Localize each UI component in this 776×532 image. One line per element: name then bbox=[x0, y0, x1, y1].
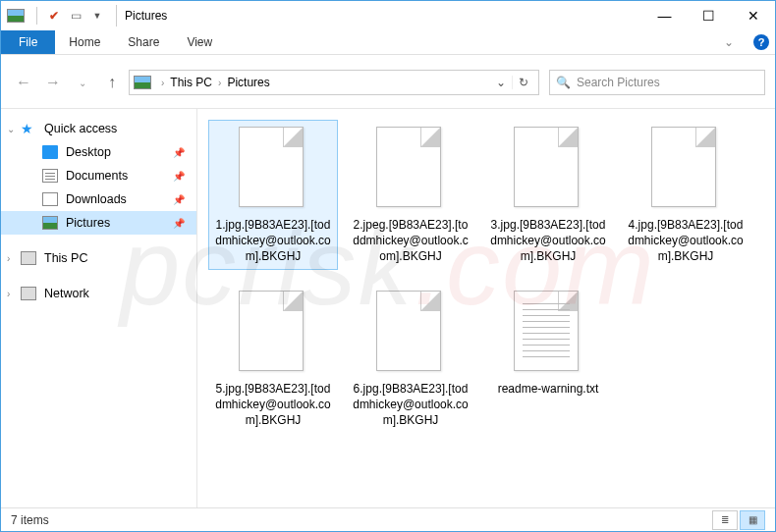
navigation-pane: ⌄ ★ Quick access Desktop 📌 Documents 📌 D… bbox=[1, 109, 197, 507]
sidebar-label: Pictures bbox=[66, 216, 110, 230]
help-button[interactable]: ? bbox=[748, 30, 775, 54]
forward-button[interactable]: → bbox=[40, 70, 66, 95]
file-item[interactable]: 4.jpg.[9B83AE23].[toddmhickey@outlook.co… bbox=[622, 121, 749, 269]
sidebar-this-pc[interactable]: › This PC bbox=[1, 246, 196, 270]
chevron-right-icon[interactable]: › bbox=[155, 78, 170, 88]
file-item[interactable]: readme-warning.txt bbox=[484, 285, 612, 433]
qat-newfolder-icon[interactable]: ▭ bbox=[65, 5, 86, 27]
expand-caret-icon[interactable]: ⌄ bbox=[7, 124, 15, 134]
file-item[interactable]: 6.jpg.[9B83AE23].[toddmhickey@outlook.co… bbox=[347, 285, 474, 433]
sidebar-label: Downloads bbox=[66, 192, 127, 206]
close-button[interactable]: ✕ bbox=[731, 1, 775, 30]
file-item[interactable]: 2.jpeg.[9B83AE23].[toddmhickey@outlook.c… bbox=[347, 121, 474, 269]
breadcrumb-segment[interactable]: This PC bbox=[170, 76, 212, 89]
minimize-button[interactable]: — bbox=[642, 1, 687, 30]
expand-caret-icon[interactable]: › bbox=[7, 289, 10, 299]
file-tab[interactable]: File bbox=[1, 30, 55, 54]
sidebar-label: Network bbox=[44, 287, 89, 300]
file-name: readme-warning.txt bbox=[494, 381, 603, 400]
documents-icon bbox=[42, 169, 58, 183]
qat-properties-icon[interactable]: ✔ bbox=[43, 5, 65, 27]
separator bbox=[36, 7, 37, 25]
file-name: 2.jpeg.[9B83AE23].[toddmhickey@outlook.c… bbox=[347, 217, 474, 269]
file-name: 4.jpg.[9B83AE23].[toddmhickey@outlook.co… bbox=[622, 217, 749, 269]
unknown-file-icon bbox=[651, 127, 720, 211]
app-icon bbox=[7, 9, 25, 23]
qat-customize-icon[interactable]: ▼ bbox=[86, 5, 108, 27]
details-view-button[interactable]: ≣ bbox=[712, 510, 738, 530]
sidebar-item-documents[interactable]: Documents 📌 bbox=[1, 164, 196, 187]
file-name: 5.jpg.[9B83AE23].[toddmhickey@outlook.co… bbox=[209, 381, 337, 433]
chevron-right-icon[interactable]: › bbox=[212, 78, 227, 88]
pin-icon: 📌 bbox=[173, 218, 185, 229]
file-name: 6.jpg.[9B83AE23].[toddmhickey@outlook.co… bbox=[347, 381, 474, 433]
file-item[interactable]: 1.jpg.[9B83AE23].[toddmhickey@outlook.co… bbox=[209, 121, 337, 269]
address-history-button[interactable]: ⌄ bbox=[490, 76, 512, 89]
star-icon: ★ bbox=[21, 122, 36, 135]
status-bar: 7 items ≣ ▦ bbox=[1, 507, 775, 531]
file-item[interactable]: 5.jpg.[9B83AE23].[toddmhickey@outlook.co… bbox=[209, 285, 337, 433]
ribbon-expand-icon[interactable]: ⌄ bbox=[710, 30, 748, 54]
tab-view[interactable]: View bbox=[173, 30, 226, 54]
file-name: 3.jpg.[9B83AE23].[toddmhickey@outlook.co… bbox=[484, 217, 612, 269]
maximize-button[interactable]: ☐ bbox=[687, 1, 731, 30]
file-name: 1.jpg.[9B83AE23].[toddmhickey@outlook.co… bbox=[209, 217, 337, 269]
address-bar[interactable]: › This PC › Pictures ⌄ ↻ bbox=[129, 70, 539, 95]
downloads-icon bbox=[42, 192, 58, 206]
body: ⌄ ★ Quick access Desktop 📌 Documents 📌 D… bbox=[1, 108, 775, 507]
unknown-file-icon bbox=[239, 291, 307, 375]
sidebar-item-pictures[interactable]: Pictures 📌 bbox=[1, 211, 196, 235]
unknown-file-icon bbox=[376, 291, 445, 375]
titlebar: ✔ ▭ ▼ Pictures — ☐ ✕ bbox=[1, 1, 775, 30]
window-title: Pictures bbox=[125, 9, 167, 23]
navigation-row: ← → ⌄ ↑ › This PC › Pictures ⌄ ↻ 🔍 Searc… bbox=[1, 65, 775, 100]
pictures-icon bbox=[42, 216, 58, 230]
ribbon: File Home Share View ⌄ ? bbox=[1, 30, 775, 55]
sidebar-label: Desktop bbox=[66, 145, 111, 159]
sidebar-label: Documents bbox=[66, 169, 128, 183]
refresh-button[interactable]: ↻ bbox=[512, 76, 534, 89]
sidebar-network[interactable]: › Network bbox=[1, 282, 196, 305]
up-button[interactable]: ↑ bbox=[99, 70, 125, 95]
pin-icon: 📌 bbox=[173, 147, 185, 158]
sidebar-label: Quick access bbox=[44, 122, 117, 135]
pin-icon: 📌 bbox=[173, 171, 185, 182]
text-file-icon bbox=[514, 291, 582, 375]
pin-icon: 📌 bbox=[173, 194, 185, 205]
desktop-icon bbox=[42, 145, 58, 159]
expand-caret-icon[interactable]: › bbox=[7, 253, 10, 264]
tab-home[interactable]: Home bbox=[55, 30, 114, 54]
unknown-file-icon bbox=[239, 127, 307, 211]
network-icon bbox=[21, 287, 36, 300]
breadcrumb-segment[interactable]: Pictures bbox=[227, 76, 269, 89]
sidebar-quick-access[interactable]: ⌄ ★ Quick access bbox=[1, 117, 196, 140]
file-view[interactable]: 1.jpg.[9B83AE23].[toddmhickey@outlook.co… bbox=[197, 109, 775, 507]
sidebar-item-downloads[interactable]: Downloads 📌 bbox=[1, 187, 196, 211]
unknown-file-icon bbox=[376, 127, 445, 211]
sidebar-item-desktop[interactable]: Desktop 📌 bbox=[1, 140, 196, 164]
pc-icon bbox=[21, 251, 36, 265]
help-icon: ? bbox=[753, 34, 769, 50]
back-button[interactable]: ← bbox=[11, 70, 36, 95]
tab-share[interactable]: Share bbox=[114, 30, 173, 54]
large-icons-view-button[interactable]: ▦ bbox=[740, 510, 765, 530]
file-grid: 1.jpg.[9B83AE23].[toddmhickey@outlook.co… bbox=[209, 121, 763, 432]
recent-locations-button[interactable]: ⌄ bbox=[70, 70, 95, 95]
unknown-file-icon bbox=[514, 127, 582, 211]
search-placeholder: Search Pictures bbox=[577, 76, 660, 89]
search-input[interactable]: 🔍 Search Pictures bbox=[549, 70, 765, 95]
explorer-window: ✔ ▭ ▼ Pictures — ☐ ✕ File Home Share Vie… bbox=[0, 0, 776, 532]
separator bbox=[116, 5, 117, 27]
location-icon bbox=[134, 76, 151, 89]
file-item[interactable]: 3.jpg.[9B83AE23].[toddmhickey@outlook.co… bbox=[484, 121, 612, 269]
item-count: 7 items bbox=[11, 513, 49, 527]
sidebar-label: This PC bbox=[44, 251, 87, 265]
search-icon: 🔍 bbox=[556, 76, 571, 89]
